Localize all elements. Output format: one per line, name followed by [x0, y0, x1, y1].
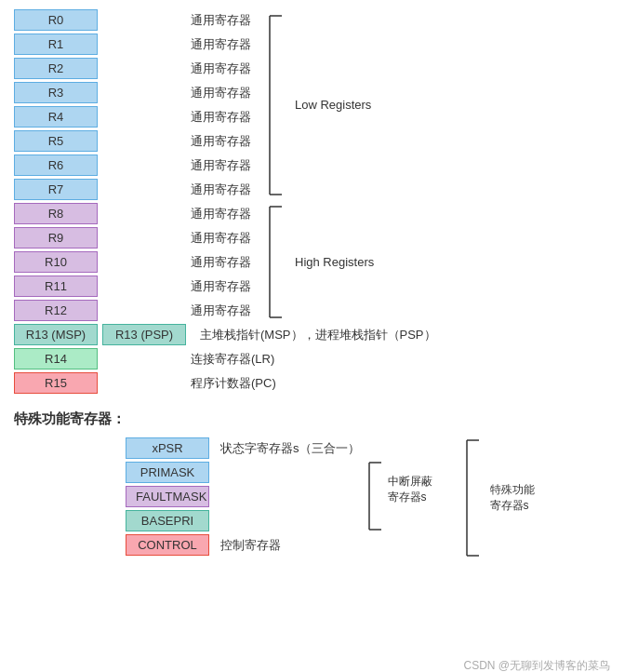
- special-row-primask: PRIMASK: [126, 462, 360, 483]
- reg-box-r15: R15: [14, 372, 98, 394]
- reg-box-r12: R12: [14, 300, 98, 321]
- reg-row-r11: R11 通用寄存器: [14, 276, 251, 297]
- reg-row-r12: R12 通用寄存器: [14, 300, 251, 321]
- reg-row-r2: R2 通用寄存器: [14, 58, 251, 79]
- reg-desc-r14: 连接寄存器(LR): [191, 351, 274, 368]
- reg-row-r5: R5 通用寄存器: [14, 130, 251, 152]
- reg-box-r7: R7: [14, 179, 98, 200]
- high-registers-section: R8 通用寄存器 R9 通用寄存器 R10 通用寄存器 R11 通用寄存器: [14, 203, 624, 321]
- reg-box-r10: R10: [14, 251, 98, 273]
- outer-bracket-svg: [462, 437, 485, 558]
- reg-desc-r3: 通用寄存器: [191, 85, 251, 101]
- reg-box-r4: R4: [14, 106, 98, 128]
- page-container: R0 通用寄存器 R1 通用寄存器 R2 通用寄存器 R3 通用寄存器: [14, 9, 624, 672]
- reg-desc-r7: 通用寄存器: [191, 181, 251, 198]
- reg-row-r0: R0 通用寄存器: [14, 9, 251, 31]
- special-function-title: 特殊功能寄存器：: [14, 410, 624, 428]
- reg-row-r13: R13 (MSP) R13 (PSP) 主堆栈指针(MSP），进程堆栈指针（PS…: [14, 324, 624, 345]
- register-table: R0 通用寄存器 R1 通用寄存器 R2 通用寄存器 R3 通用寄存器: [14, 9, 624, 396]
- register-rows-section: R0 通用寄存器 R1 通用寄存器 R2 通用寄存器 R3 通用寄存器: [14, 9, 624, 396]
- reg-desc-r12: 通用寄存器: [191, 302, 251, 319]
- reg-box-r11: R11: [14, 276, 98, 297]
- special-box-control: CONTROL: [126, 534, 209, 556]
- reg-row-r4: R4 通用寄存器: [14, 106, 251, 128]
- reg-desc-r6: 通用寄存器: [191, 157, 251, 174]
- reg-desc-r0: 通用寄存器: [191, 12, 251, 29]
- special-brackets-area: 中断屏蔽寄存器s: [365, 437, 388, 535]
- low-register-rows: R0 通用寄存器 R1 通用寄存器 R2 通用寄存器 R3 通用寄存器: [14, 9, 251, 200]
- outer-bracket-label: 特殊功能寄存器s: [490, 482, 535, 514]
- reg-row-r7: R7 通用寄存器: [14, 179, 251, 200]
- high-bracket: High Registers: [265, 203, 374, 321]
- special-function-section: xPSR 状态字寄存器s（三合一） PRIMASK FAULTMASK BASE…: [126, 437, 624, 558]
- reg-box-r8: R8: [14, 203, 98, 224]
- outer-bracket-area: 特殊功能寄存器s: [462, 437, 535, 558]
- reg-row-r6: R6 通用寄存器: [14, 155, 251, 176]
- low-bracket-svg: [265, 12, 293, 198]
- reg-desc-r1: 通用寄存器: [191, 36, 251, 53]
- low-registers-section: R0 通用寄存器 R1 通用寄存器 R2 通用寄存器 R3 通用寄存器: [14, 9, 624, 200]
- special-box-faultmask: FAULTMASK: [126, 486, 209, 507]
- reg-desc-r4: 通用寄存器: [191, 109, 251, 126]
- special-box-xpsr: xPSR: [126, 437, 209, 459]
- special-desc-xpsr: 状态字寄存器s（三合一）: [220, 440, 360, 457]
- reg-row-r8: R8 通用寄存器: [14, 203, 251, 224]
- reg-row-r3: R3 通用寄存器: [14, 82, 251, 103]
- reg-row-r9: R9 通用寄存器: [14, 227, 251, 249]
- special-boxes: xPSR 状态字寄存器s（三合一） PRIMASK FAULTMASK BASE…: [126, 437, 360, 556]
- reg-row-r14: R14 连接寄存器(LR): [14, 348, 624, 370]
- interrupt-bracket-svg: [365, 460, 388, 532]
- high-bracket-svg: [265, 203, 293, 321]
- reg-row-r1: R1 通用寄存器: [14, 34, 251, 55]
- reg-desc-r11: 通用寄存器: [191, 278, 251, 295]
- watermark: CSDN @无聊到发博客的菜鸟: [463, 658, 610, 672]
- special-row-faultmask: FAULTMASK: [126, 486, 360, 507]
- reg-desc-r9: 通用寄存器: [191, 230, 251, 247]
- reg-desc-r8: 通用寄存器: [191, 206, 251, 222]
- reg-box-r13-psp: R13 (PSP): [102, 324, 186, 345]
- reg-box-r0: R0: [14, 9, 98, 31]
- reg-desc-r5: 通用寄存器: [191, 133, 251, 150]
- reg-box-r3: R3: [14, 82, 98, 103]
- high-register-rows: R8 通用寄存器 R9 通用寄存器 R10 通用寄存器 R11 通用寄存器: [14, 203, 251, 321]
- reg-box-r9: R9: [14, 227, 98, 249]
- low-bracket: Low Registers: [265, 9, 371, 200]
- interrupt-bracket-label: 中断屏蔽寄存器s: [388, 474, 432, 505]
- reg-box-r14: R14: [14, 348, 98, 370]
- reg-box-r5: R5: [14, 130, 98, 152]
- reg-row-r10: R10 通用寄存器: [14, 251, 251, 273]
- reg-desc-r15: 程序计数器(PC): [191, 375, 276, 392]
- reg-box-r2: R2: [14, 58, 98, 79]
- reg-desc-r10: 通用寄存器: [191, 254, 251, 271]
- special-row-control: CONTROL 控制寄存器: [126, 534, 360, 556]
- reg-row-r15: R15 程序计数器(PC): [14, 372, 624, 394]
- special-desc-control: 控制寄存器: [220, 537, 281, 554]
- reg-box-r1: R1: [14, 34, 98, 55]
- special-box-basepri: BASEPRI: [126, 510, 209, 531]
- special-box-primask: PRIMASK: [126, 462, 209, 483]
- special-row-xpsr: xPSR 状态字寄存器s（三合一）: [126, 437, 360, 459]
- reg-desc-r2: 通用寄存器: [191, 60, 251, 77]
- low-register-label: Low Registers: [295, 98, 371, 112]
- reg-box-r13-msp: R13 (MSP): [14, 324, 98, 345]
- reg-box-r6: R6: [14, 155, 98, 176]
- reg-desc-r13: 主堆栈指针(MSP），进程堆栈指针（PSP）: [200, 327, 436, 343]
- interrupt-bracket-container: 中断屏蔽寄存器s: [365, 460, 388, 535]
- high-register-label: High Registers: [295, 255, 374, 269]
- special-row-basepri: BASEPRI: [126, 510, 360, 531]
